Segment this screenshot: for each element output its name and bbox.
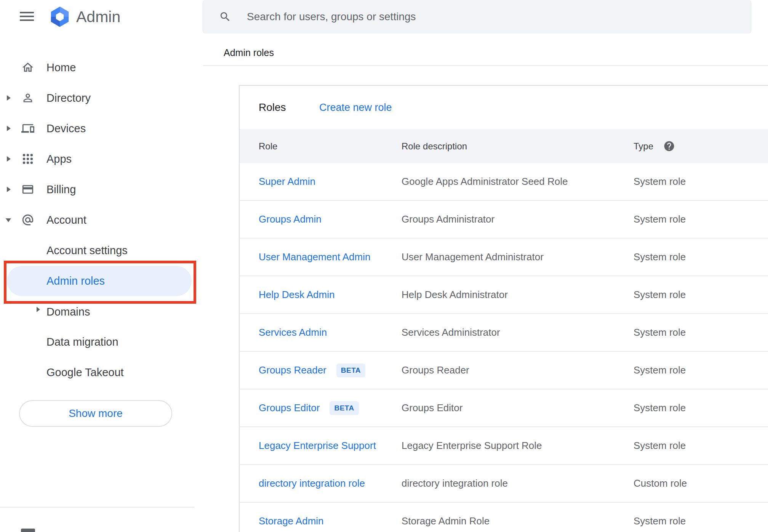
role-description: Groups Editor [402, 389, 462, 426]
card-header: Roles Create new role [240, 86, 768, 129]
table-row: Legacy Enterprise Support Legacy Enterpr… [240, 427, 768, 465]
page-title: Roles [259, 86, 286, 129]
show-more-button[interactable]: Show more [19, 400, 172, 427]
role-description: Storage Admin Role [402, 503, 490, 532]
table-row: Groups Editor BETA Groups Editor System … [240, 389, 768, 427]
role-description: Groups Reader [402, 352, 469, 389]
table-row: Super Admin Google Apps Administrator Se… [240, 163, 768, 201]
role-description: Services Administrator [402, 314, 500, 351]
role-link[interactable]: Groups Editor [259, 402, 320, 414]
role-description: User Management Administrator [402, 239, 544, 276]
sidebar-item-apps[interactable]: Apps [0, 144, 202, 174]
role-type: System role [634, 201, 686, 238]
table-row: directory integration role directory int… [240, 465, 768, 503]
role-type: System role [634, 239, 686, 276]
role-link[interactable]: Help Desk Admin [259, 289, 334, 301]
chevron-right-icon [7, 95, 11, 101]
table-row: Help Desk Admin Help Desk Administrator … [240, 276, 768, 314]
sidebar-item-label: Google Takeout [46, 357, 124, 388]
sidebar-item-label: Billing [46, 174, 76, 205]
app-title: Admin [76, 8, 120, 26]
role-type: System role [634, 314, 686, 351]
hamburger-menu-icon[interactable] [20, 12, 34, 21]
role-description: directory integration role [402, 465, 508, 502]
role-link[interactable]: Super Admin [259, 176, 315, 187]
beta-badge: BETA [330, 401, 358, 415]
table-row: Groups Admin Groups Administrator System… [240, 201, 768, 239]
sidebar-item-home[interactable]: Home [0, 52, 202, 83]
role-description: Legacy Enterprise Support Role [402, 427, 542, 464]
role-link[interactable]: Groups Reader [259, 364, 326, 376]
role-type: Custom role [634, 465, 687, 502]
column-header-description: Role description [402, 129, 467, 163]
sidebar: Admin Home Directory Devices Apps [0, 0, 202, 532]
partial-bottom-icon [21, 529, 35, 532]
table-row: User Management Admin User Management Ad… [240, 239, 768, 276]
column-header-role: Role [259, 129, 277, 163]
sidebar-item-label: Directory [46, 83, 91, 113]
roles-card: Roles Create new role Role Role descript… [239, 85, 768, 532]
chevron-right-icon [7, 187, 11, 192]
help-icon[interactable] [663, 140, 675, 152]
sidebar-item-account[interactable]: Account [0, 205, 202, 235]
search-input[interactable]: Search for users, groups or settings [202, 0, 752, 34]
sidebar-divider [0, 507, 194, 508]
devices-icon [21, 122, 34, 135]
sidebar-item-label: Apps [46, 144, 72, 174]
table-row: Services Admin Services Administrator Sy… [240, 314, 768, 352]
role-link[interactable]: Services Admin [259, 327, 327, 338]
role-type: System role [634, 163, 686, 200]
role-description: Google Apps Administrator Seed Role [402, 163, 568, 200]
sidebar-item-label: Home [46, 52, 76, 83]
role-link[interactable]: User Management Admin [259, 251, 370, 263]
role-description: Help Desk Administrator [402, 276, 508, 313]
table-body: Super Admin Google Apps Administrator Se… [240, 163, 768, 532]
column-header-type: Type [634, 129, 653, 163]
chevron-right-icon [37, 307, 40, 312]
chevron-right-icon [7, 126, 11, 131]
role-type: System role [634, 503, 686, 532]
credit-card-icon [21, 183, 34, 196]
table-row: Storage Admin Storage Admin Role System … [240, 503, 768, 532]
sidebar-item-devices[interactable]: Devices [0, 113, 202, 144]
sidebar-item-domains[interactable]: Domains [0, 296, 202, 327]
at-sign-icon [21, 213, 34, 226]
sidebar-item-data-migration[interactable]: Data migration [0, 327, 202, 357]
sidebar-item-label: Admin roles [46, 266, 105, 296]
sidebar-item-google-takeout[interactable]: Google Takeout [0, 357, 202, 388]
table-header-row: Role Role description Type [240, 129, 768, 163]
role-type: System role [634, 427, 686, 464]
search-placeholder: Search for users, groups or settings [247, 0, 416, 34]
home-icon [21, 61, 34, 74]
admin-logo-icon [48, 6, 71, 29]
content-divider [203, 65, 768, 66]
search-icon [219, 11, 231, 23]
sidebar-item-billing[interactable]: Billing [0, 174, 202, 205]
role-link[interactable]: Storage Admin [259, 515, 324, 527]
beta-badge: BETA [336, 364, 365, 377]
role-link[interactable]: directory integration role [259, 478, 365, 489]
role-type: System role [634, 389, 686, 426]
sidebar-item-label: Account settings [46, 235, 128, 266]
role-type: System role [634, 352, 686, 389]
breadcrumb: Admin roles [224, 46, 274, 59]
table-row: Groups Reader BETA Groups Reader System … [240, 352, 768, 389]
sidebar-item-admin-roles[interactable]: Admin roles [7, 266, 192, 296]
sidebar-item-label: Devices [46, 113, 86, 144]
role-description: Groups Administrator [402, 201, 494, 238]
person-icon [21, 91, 34, 104]
chevron-right-icon [7, 156, 11, 162]
sidebar-item-directory[interactable]: Directory [0, 83, 202, 113]
role-type: System role [634, 276, 686, 313]
sidebar-item-label: Domains [46, 296, 90, 327]
sidebar-item-account-settings[interactable]: Account settings [0, 235, 202, 266]
sidebar-item-label: Account [46, 205, 86, 235]
create-new-role-link[interactable]: Create new role [319, 86, 392, 129]
apps-grid-icon [21, 152, 34, 165]
role-link[interactable]: Legacy Enterprise Support [259, 440, 376, 452]
role-link[interactable]: Groups Admin [259, 213, 322, 225]
chevron-down-icon [6, 218, 11, 222]
sidebar-item-label: Data migration [46, 327, 118, 357]
